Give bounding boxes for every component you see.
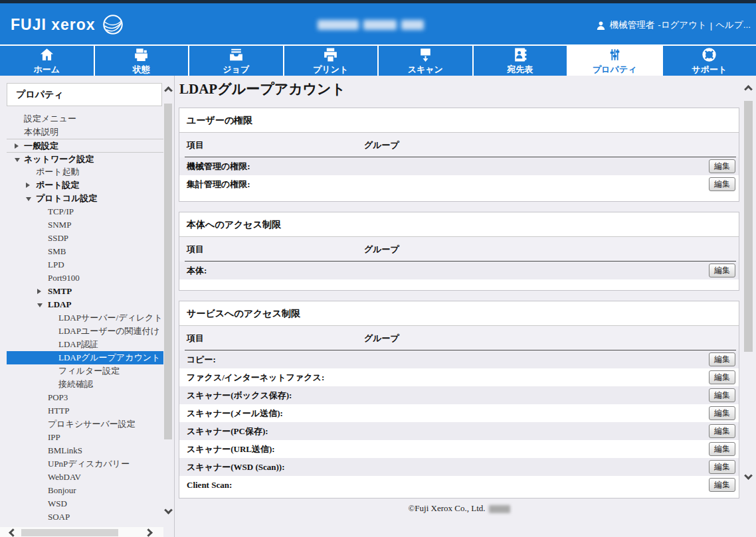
tab-print[interactable]: プリント [284,46,379,76]
sidebar-item-connection-test[interactable]: 接続確認 [7,378,163,391]
user-icon [595,20,607,31]
edit-button[interactable]: 編集 [709,424,735,438]
sidebar-item-ldap-group-account[interactable]: LDAPグループアカウント [7,351,163,364]
browser-page: FUJI xerox 機械管理者 -ログアウト | ヘルプ... ホーム [0,0,756,537]
collapsed-expander-icon[interactable] [37,289,41,294]
row-label: スキャナー(WSD (Scan)): [187,461,284,473]
logo-fuji: FUJI [11,16,47,33]
copyright-text: ©Fuji Xerox Co., Ltd. [408,503,485,513]
edit-button[interactable]: 編集 [709,177,735,191]
row-label: Client Scan: [187,480,232,491]
main-scroll-down-icon[interactable] [744,471,753,480]
edit-button[interactable]: 編集 [709,264,735,277]
column-header-group: グループ [364,244,739,256]
sidebar-item-port-activation[interactable]: ポート起動 [7,165,163,179]
tab-jobs[interactable]: ジョブ [189,46,284,76]
app-header: FUJI xerox 機械管理者 -ログアウト | ヘルプ... [0,3,756,44]
expanded-expander-icon[interactable] [26,197,31,201]
row-fax-internet-fax: ファクス/インターネットファクス: 編集 [179,368,739,386]
edit-button[interactable]: 編集 [709,460,735,474]
logo-text: FUJI xerox [11,16,96,34]
row-label: 本体: [187,265,207,277]
row-label: スキャナー(PC保存): [187,425,268,437]
support-icon [701,46,717,63]
tab-address-book[interactable]: 宛先表 [474,46,569,76]
sidebar-item-smb[interactable]: SMB [7,245,163,258]
row-accounting-admin-permission: 集計管理の権限: 編集 [179,175,739,193]
sidebar-item-smtp[interactable]: SMTP [7,285,163,298]
main-panel: LDAPグループアカウント ユーザーの権限 項目 グループ 機械管理の権限: 編… [174,76,756,537]
sidebar-item-ldap-authentication[interactable]: LDAP認証 [7,338,163,351]
edit-button[interactable]: 編集 [709,406,735,420]
sidebar-item-ipp[interactable]: IPP [7,431,163,444]
tab-label: スキャン [408,64,443,76]
content-area: プロパティ 設定メニュー 本体説明 一般設定 ネットワーク設定 ポート起動 ポー… [0,76,756,537]
sidebar-item-webdav[interactable]: WebDAV [7,471,163,484]
sidebar-item-bonjour[interactable]: Bonjour [7,484,163,497]
sidebar-item-wsd[interactable]: WSD [7,497,163,510]
address-book-icon [512,46,528,63]
sidebar-item-tcp-ip[interactable]: TCP/IP [7,205,163,218]
tab-home[interactable]: ホーム [0,46,95,76]
edit-button[interactable]: 編集 [709,388,735,402]
sidebar-item-ldap-user-mappings[interactable]: LDAPユーザーの関連付け [7,325,163,338]
sidebar-item-general-settings[interactable]: 一般設定 [7,139,163,152]
collapsed-expander-icon[interactable] [26,183,30,188]
help-link[interactable]: ヘルプ... [715,19,751,31]
sidebar-item-soap[interactable]: SOAP [7,510,163,524]
sidebar-item-network-settings[interactable]: ネットワーク設定 [7,152,163,165]
sidebar-item-pop3[interactable]: POP3 [7,391,163,404]
row-label: ファクス/インターネットファクス: [187,372,324,384]
sidebar-item-ldap-server-directory[interactable]: LDAPサーバー/ディレクトリサ [7,311,163,325]
sidebar-item-ldap[interactable]: LDAP [7,298,163,311]
row-label: スキャナー(メール送信): [187,408,283,420]
row-scanner-box-save: スキャナー(ボックス保存): 編集 [179,386,739,404]
edit-button[interactable]: 編集 [709,159,735,173]
tab-scan[interactable]: スキャン [379,46,474,76]
sidebar-item-upnp-discovery[interactable]: UPnPディスカバリー [7,457,163,471]
tab-label: プロパティ [593,64,637,76]
table-header: 項目 グループ [179,237,739,262]
tab-properties[interactable]: プロパティ [568,46,663,76]
expanded-expander-icon[interactable] [37,303,43,307]
sidebar-scroll-up-icon[interactable] [164,86,173,95]
tab-support[interactable]: サポート [663,46,756,76]
section-service-access-restriction: サービスへのアクセス制限 項目 グループ コピー: 編集 ファクス/インターネッ… [179,301,739,499]
sidebar-item-filter-settings[interactable]: フィルター設定 [7,364,163,378]
tab-status[interactable]: 状態 [95,46,190,76]
sidebar-scroll-down-icon[interactable] [164,506,173,514]
sidebar-item-bmlinks[interactable]: BMLinkS [7,444,163,457]
row-scanner-url-send: スキャナー(URL送信): 編集 [179,440,739,458]
sidebar-item-http[interactable]: HTTP [7,404,163,418]
tab-label: 宛先表 [507,64,533,76]
sidebar-tree: 設定メニュー 本体説明 一般設定 ネットワーク設定 ポート起動 ポート設定 プロ… [7,112,163,527]
collapsed-expander-icon[interactable] [15,143,19,149]
logged-in-user-label: 機械管理者 [610,19,655,31]
sidebar-item-device-description[interactable]: 本体説明 [7,125,163,139]
edit-button[interactable]: 編集 [709,352,735,366]
copyright-footer: ©Fuji Xerox Co., Ltd. [179,503,739,514]
sidebar-vertical-scrollbar-thumb[interactable] [164,104,172,439]
column-header-item: 項目 [179,244,364,256]
tab-label: サポート [692,64,727,76]
main-scroll-up-icon[interactable] [744,85,753,94]
edit-button[interactable]: 編集 [709,478,735,492]
edit-button[interactable]: 編集 [709,370,735,384]
sidebar-item-port9100[interactable]: Port9100 [7,271,163,285]
tab-label: プリント [313,64,348,76]
table-header: 項目 グループ [179,326,739,350]
sidebar-horizontal-scrollbar-thumb[interactable] [21,529,118,536]
logout-link[interactable]: -ログアウト [658,19,707,31]
sidebar-item-proxy-server-settings[interactable]: プロキシサーバー設定 [7,418,163,431]
sidebar-item-lpd[interactable]: LPD [7,258,163,271]
expanded-expander-icon[interactable] [15,158,20,162]
sidebar-item-settings-menu[interactable]: 設定メニュー [7,112,163,125]
sidebar-item-snmp[interactable]: SNMP [7,218,163,232]
sidebar-item-ssdp[interactable]: SSDP [7,232,163,245]
header-divider: | [710,21,713,31]
edit-button[interactable]: 編集 [709,442,735,456]
row-label: 機械管理の権限: [187,161,250,173]
sidebar-item-port-settings[interactable]: ポート設定 [7,179,163,192]
sidebar-item-protocol-settings[interactable]: プロトコル設定 [7,192,163,205]
main-vertical-scrollbar-thumb[interactable] [744,101,753,352]
